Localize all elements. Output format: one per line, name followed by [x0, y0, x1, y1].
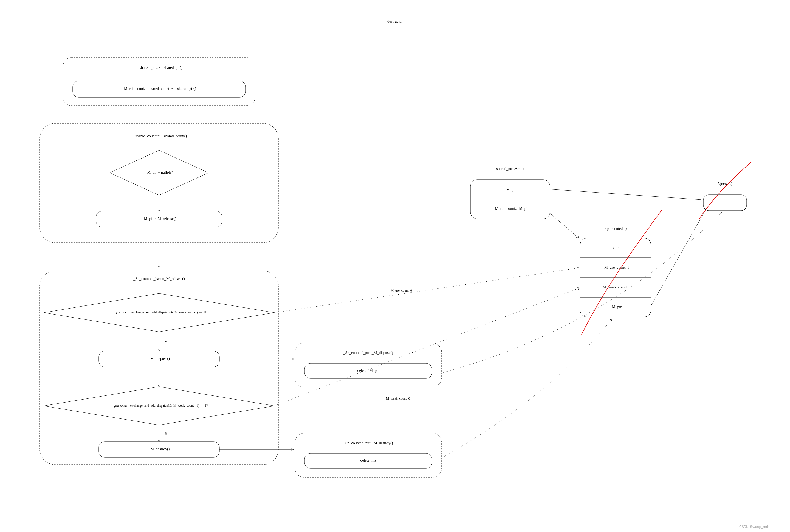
obj-sp-row1: vptr: [613, 246, 619, 250]
arrow-pa-mpi-to-sp: [550, 213, 579, 238]
dec2-yes-label: Y: [165, 432, 167, 435]
watermark: CSDN @wang_kmin: [739, 525, 769, 529]
dotted-delete-mptr-to-a: [441, 212, 721, 373]
obj-sp-row3: _M_weak_count: 1: [601, 285, 631, 289]
dotted-weak-count-link: [274, 288, 580, 406]
obj-a-title: A(new A): [717, 182, 732, 186]
note-weak-count-0: _M_weak_count: 0: [384, 397, 410, 400]
sp-destroy-body-text: delete this: [360, 458, 376, 462]
shared-ptr-dtor-body-text: _M_ref_count.__shared_count::~__shared_p…: [122, 87, 196, 91]
action-m-dispose-text: _M_dispose(): [148, 357, 170, 361]
group-sp-destroy: [295, 433, 441, 477]
decision-mpi-null-text: _M_pi != nullptr?: [145, 170, 173, 174]
obj-pa-row2: _M_ref_count::_M_pi: [493, 207, 527, 211]
obj-pa-title: shared_ptr<A> pa: [496, 167, 524, 171]
obj-sp-row2: _M_use_count: 1: [602, 265, 629, 270]
diagram-title: destructor: [387, 19, 403, 24]
action-m-destroy-text: _M_destroy(): [148, 447, 170, 451]
obj-sp-row4: _M_ptr: [610, 305, 622, 309]
sp-dispose-body-text: delete _M_ptr: [357, 368, 379, 373]
sp-counted-base-title: _Sp_counted_base::_M_release(): [133, 277, 185, 281]
group-sp-dispose: [295, 343, 441, 387]
decision-use-count-text: __gnu_cxx::__exchange_and_add_dispatch(&…: [111, 310, 206, 314]
note-use-count-0: _M_use_count: 0: [389, 288, 412, 292]
sp-destroy-title: _Sp_counted_ptr::_M_destroy(): [343, 441, 393, 445]
sp-dispose-title: _Sp_counted_ptr::_M_dispose(): [343, 351, 393, 355]
arrow-pa-mptr-to-a: [550, 189, 701, 200]
group-shared-ptr-dtor: [63, 58, 255, 106]
dotted-delete-this-to-sp: [441, 319, 612, 458]
obj-a-box: [703, 195, 747, 211]
arrow-sp-mptr-to-a: [651, 211, 705, 306]
decision-weak-count-text: __gnu_cxx::__exchange_and_add_dispatch(&…: [110, 404, 208, 407]
dotted-use-count-link: [274, 268, 579, 312]
shared-ptr-dtor-title: __shared_ptr::~__shared_ptr(): [135, 65, 183, 70]
shared-count-title: __shared_count::~__shared_count(): [131, 134, 187, 138]
obj-sp-title: _Sp_counted_ptr: [602, 227, 629, 231]
action-m-release-text: _M_pi->_M_release(): [142, 217, 176, 221]
obj-pa-row1: _M_ptr: [504, 188, 516, 192]
dec1-yes-label: Y: [165, 340, 167, 344]
group-shared-count-dtor: [40, 124, 278, 243]
